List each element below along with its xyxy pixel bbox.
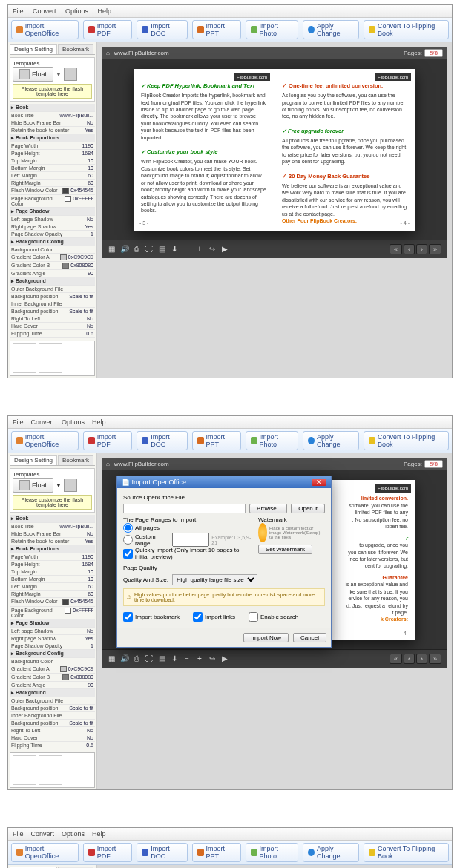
prop-row[interactable]: Book Titlewww.FlipBuil... xyxy=(10,523,95,530)
thumbnails-icon[interactable]: ▦ xyxy=(108,246,115,253)
prop-row[interactable]: Background Color xyxy=(10,246,95,254)
prop-row[interactable]: Gradient Angle90 xyxy=(10,682,95,689)
first-page-button[interactable]: « xyxy=(390,244,402,254)
prop-group-header[interactable]: ▸ Page Shadow xyxy=(10,208,95,216)
prop-value[interactable]: 0xC9C9C9 xyxy=(60,254,93,260)
convert-button[interactable]: Convert To Flipping Book xyxy=(364,431,449,450)
prop-group-header[interactable]: ▸ Book Proportions xyxy=(10,134,95,142)
share-icon[interactable]: ↪ xyxy=(208,246,216,253)
fullscreen-icon[interactable]: ⛶ xyxy=(145,246,153,253)
import-openoffice-button[interactable]: Import OpenOffice xyxy=(11,20,79,39)
autoplay-icon[interactable]: ▶ xyxy=(221,246,229,253)
import-doc-button[interactable]: Import DOC xyxy=(137,431,187,450)
prop-row[interactable]: Page Shadow Opacity1 xyxy=(10,231,95,238)
set-watermark-button[interactable]: Set Watermark xyxy=(258,545,312,554)
prop-row[interactable]: Background positionScale to fit xyxy=(10,308,95,315)
browse-button[interactable]: Browse.. xyxy=(249,504,287,513)
prop-row[interactable]: Inner Background File xyxy=(10,300,95,308)
prop-value[interactable]: 0.6 xyxy=(86,743,93,748)
prop-value[interactable]: 60 xyxy=(88,584,93,589)
import-now-button[interactable]: Import Now xyxy=(243,633,289,642)
prop-value[interactable]: 60 xyxy=(88,180,93,185)
prop-row[interactable]: Page Width1190 xyxy=(10,553,95,561)
prop-row[interactable]: Right To LeftNo xyxy=(10,727,95,734)
prop-value[interactable]: No xyxy=(87,217,93,222)
prop-row[interactable]: Bottom Margin10 xyxy=(10,576,95,583)
custom-range-radio[interactable]: Custom range:Example:1,3,5,9-21 xyxy=(123,533,252,547)
prop-group-header[interactable]: ▸ Book xyxy=(10,104,95,112)
prop-row[interactable]: Book Titlewww.FlipBuil... xyxy=(10,112,95,119)
last-page-button[interactable]: » xyxy=(429,244,441,254)
print-icon[interactable]: ⎙ xyxy=(133,246,140,253)
prop-row[interactable]: Page Background Color0xFFFFF xyxy=(10,195,95,208)
prop-row[interactable]: Gradient Color B0x808080 xyxy=(10,674,95,682)
prop-value[interactable]: 1190 xyxy=(82,143,93,148)
template-selector[interactable] xyxy=(64,68,77,81)
apply-change-button[interactable]: Apply Change xyxy=(303,431,359,450)
prop-value[interactable]: Yes xyxy=(85,636,93,641)
import-photo-button[interactable]: Import Photo xyxy=(246,431,298,450)
prop-value[interactable]: No xyxy=(87,531,93,536)
enable-search-checkbox[interactable]: Enable search xyxy=(249,612,298,622)
prop-value[interactable]: 0xFFFFF xyxy=(65,196,93,206)
prop-row[interactable]: Left Margin60 xyxy=(10,583,95,591)
all-pages-radio[interactable]: All pages xyxy=(123,523,252,533)
menu-options[interactable]: Options xyxy=(65,7,88,15)
prop-row[interactable]: Right Margin60 xyxy=(10,180,95,187)
thumb-page[interactable] xyxy=(39,343,62,373)
prop-row[interactable]: Background positionScale to fit xyxy=(10,705,95,712)
prop-value[interactable]: 90 xyxy=(88,271,93,276)
prop-value[interactable]: No xyxy=(87,628,93,634)
prop-row[interactable]: Retain the book to centerYes xyxy=(10,127,95,134)
zoom-in-icon[interactable]: + xyxy=(196,246,203,253)
prop-row[interactable]: Bottom Margin10 xyxy=(10,165,95,172)
next-page-button[interactable]: › xyxy=(416,244,427,254)
prop-value[interactable]: 0x808080 xyxy=(62,263,93,269)
prop-row[interactable]: Hide Book Frame BarNo xyxy=(10,119,95,127)
prev-page-button[interactable]: ‹ xyxy=(404,244,415,254)
prop-row[interactable]: Right page ShadowYes xyxy=(10,223,95,231)
prop-group-header[interactable]: ▸ Background Config xyxy=(10,650,95,658)
prop-row[interactable]: Top Margin10 xyxy=(10,568,95,576)
prop-row[interactable]: Gradient Angle90 xyxy=(10,270,95,277)
convert-button[interactable]: Convert To Flipping Book xyxy=(364,20,449,39)
prop-value[interactable]: 1190 xyxy=(82,554,93,559)
prop-row[interactable]: Right To LeftNo xyxy=(10,315,95,323)
book-page-right[interactable]: FlipBuilder.com ✓ One-time fee, unlimite… xyxy=(275,69,415,231)
prop-row[interactable]: Left page ShadowNo xyxy=(10,628,95,635)
import-links-checkbox[interactable]: Import links xyxy=(193,612,235,622)
prop-row[interactable]: Left page ShadowNo xyxy=(10,216,95,223)
custom-range-input[interactable] xyxy=(172,533,209,547)
sound-icon[interactable]: 🔊 xyxy=(120,246,128,253)
open-button[interactable]: Open it xyxy=(291,504,325,513)
prop-value[interactable]: Scale to fit xyxy=(69,720,93,726)
home-icon[interactable]: ⌂ xyxy=(106,50,110,56)
template-float[interactable]: Float xyxy=(13,67,53,82)
prop-value[interactable]: No xyxy=(87,316,93,321)
prop-row[interactable]: Gradient Color A0xC9C9C9 xyxy=(10,254,95,262)
prop-row[interactable]: Retain the book to centerYes xyxy=(10,538,95,545)
import-photo-button[interactable]: Import Photo xyxy=(246,20,298,39)
prop-value[interactable]: 10 xyxy=(88,569,93,574)
prop-row[interactable]: Page Height1684 xyxy=(10,561,95,568)
prop-value[interactable]: www.FlipBuil... xyxy=(59,113,93,118)
download-icon[interactable]: ⬇ xyxy=(171,246,178,253)
thumb-page[interactable] xyxy=(13,343,36,373)
prop-row[interactable]: Outer Background File xyxy=(10,697,95,705)
prop-value[interactable]: Yes xyxy=(85,539,93,544)
source-file-input[interactable] xyxy=(123,504,246,513)
prop-row[interactable]: Gradient Color B0x808080 xyxy=(10,262,95,270)
import-ppt-button[interactable]: Import PPT xyxy=(192,431,241,450)
prop-row[interactable]: Left Margin60 xyxy=(10,172,95,180)
prop-row[interactable]: Flipping Time0.6 xyxy=(10,330,95,338)
prop-row[interactable]: Page Width1190 xyxy=(10,142,95,150)
prop-row[interactable]: Page Height1684 xyxy=(10,150,95,157)
prop-group-header[interactable]: ▸ Book xyxy=(10,515,95,523)
prop-value[interactable]: 10 xyxy=(88,158,93,163)
apply-change-button[interactable]: Apply Change xyxy=(303,20,359,39)
prop-value[interactable]: 0x454545 xyxy=(62,599,93,605)
prop-row[interactable]: Flipping Time0.6 xyxy=(10,742,95,749)
prop-group-header[interactable]: ▸ Book Proportions xyxy=(10,545,95,553)
prop-row[interactable]: Hide Book Frame BarNo xyxy=(10,530,95,538)
grid-icon[interactable]: ▤ xyxy=(158,246,165,253)
